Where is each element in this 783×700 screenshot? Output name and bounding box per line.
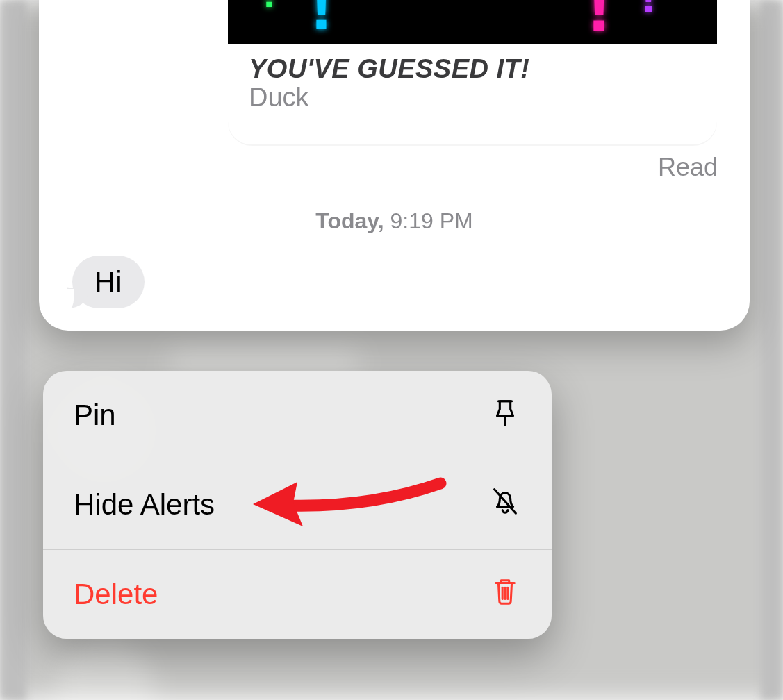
- menu-item-hide-alerts[interactable]: Hide Alerts: [43, 460, 552, 549]
- game-card-title: YOU'VE GUESSED IT!: [249, 54, 696, 84]
- menu-item-label: Pin: [74, 399, 116, 432]
- screen-left-edge: [0, 0, 26, 700]
- incoming-message-text: Hi: [94, 265, 122, 299]
- read-receipt: Read: [658, 153, 718, 182]
- menu-item-label: Delete: [74, 578, 158, 611]
- game-card-subtitle: Duck: [249, 83, 696, 112]
- menu-item-label: Hide Alerts: [74, 488, 215, 522]
- timestamp: Today, 9:19 PM: [39, 208, 750, 234]
- timestamp-time: 9:19 PM: [390, 208, 473, 233]
- incoming-message-bubble[interactable]: Hi: [72, 256, 145, 308]
- trash-icon: [489, 575, 521, 614]
- screen-right-edge: [761, 0, 783, 700]
- conversation-context-menu: Pin Hide Alerts Delete: [43, 371, 552, 639]
- conversation-preview-card[interactable]: !!! !!! YOU'VE GUESSED IT! Duck Read Tod…: [39, 0, 750, 331]
- bell-off-icon: [489, 485, 521, 524]
- menu-item-delete[interactable]: Delete: [43, 549, 552, 639]
- timestamp-day: Today,: [315, 208, 384, 233]
- menu-item-pin[interactable]: Pin: [43, 371, 552, 460]
- game-card-image: !!! !!!: [228, 0, 717, 44]
- imessage-game-card[interactable]: !!! !!! YOU'VE GUESSED IT! Duck: [228, 0, 717, 144]
- pin-icon: [489, 396, 521, 435]
